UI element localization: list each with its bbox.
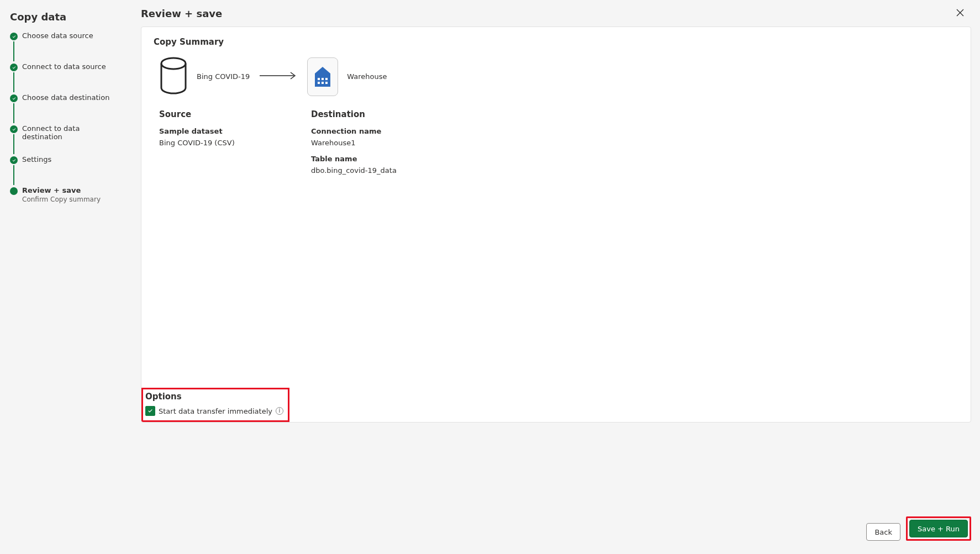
step-choose-source[interactable]: Choose data source — [10, 31, 120, 62]
check-icon — [10, 94, 18, 102]
back-button[interactable]: Back — [866, 523, 900, 541]
options-anchor: Options Start data transfer immediately … — [141, 388, 289, 422]
main-panel: Review + save Copy Summary Bing COVID-19 — [130, 0, 980, 554]
summary-card: Copy Summary Bing COVID-19 — [141, 27, 971, 423]
field-label: Sample dataset — [159, 127, 311, 135]
summary-heading: Copy Summary — [154, 37, 958, 47]
step-subtext: Confirm Copy summary — [22, 196, 120, 203]
step-connect-destination[interactable]: Connect to data destination — [10, 124, 120, 155]
svg-rect-5 — [322, 82, 324, 84]
field-value: Warehouse1 — [311, 139, 463, 147]
start-transfer-checkbox[interactable] — [145, 406, 155, 416]
info-icon[interactable]: i — [276, 407, 283, 415]
page-title: Review + save — [141, 8, 222, 19]
source-column: Source Sample dataset Bing COVID-19 (CSV… — [159, 109, 311, 182]
save-run-button[interactable]: Save + Run — [909, 520, 968, 537]
destination-icon-block: Warehouse — [307, 57, 387, 96]
wizard-steps: Choose data source Connect to data sourc… — [10, 31, 120, 203]
source-heading: Source — [159, 109, 311, 119]
arrow-right-icon — [259, 72, 298, 81]
svg-point-0 — [161, 58, 186, 69]
step-label: Choose data destination — [22, 93, 120, 102]
field-label: Table name — [311, 155, 463, 163]
check-icon — [10, 33, 18, 40]
start-transfer-label: Start data transfer immediately — [159, 407, 272, 415]
field-label: Connection name — [311, 127, 463, 135]
svg-rect-3 — [325, 78, 328, 80]
step-choose-destination[interactable]: Choose data destination — [10, 93, 120, 124]
check-icon — [10, 64, 18, 71]
sidebar-title: Copy data — [10, 11, 120, 23]
svg-rect-6 — [325, 82, 328, 84]
destination-label: Warehouse — [347, 72, 387, 81]
svg-rect-1 — [318, 78, 320, 80]
field-value: Bing COVID-19 (CSV) — [159, 139, 311, 147]
warehouse-icon — [307, 57, 338, 96]
close-icon — [956, 8, 965, 19]
step-label: Connect to data source — [22, 62, 120, 71]
svg-rect-2 — [322, 78, 324, 80]
step-label: Connect to data destination — [22, 124, 120, 141]
source-icon-block: Bing COVID-19 — [159, 57, 250, 96]
field-value: dbo.bing_covid-19_data — [311, 166, 463, 175]
svg-rect-4 — [318, 82, 320, 84]
destination-column: Destination Connection name Warehouse1 T… — [311, 109, 463, 182]
check-icon — [10, 125, 18, 133]
start-transfer-row: Start data transfer immediately i — [145, 406, 283, 416]
database-icon — [159, 57, 188, 96]
step-review-save[interactable]: Review + save Confirm Copy summary — [10, 186, 120, 203]
close-button[interactable] — [951, 4, 969, 22]
details-columns: Source Sample dataset Bing COVID-19 (CSV… — [154, 109, 958, 182]
destination-heading: Destination — [311, 109, 463, 119]
check-icon — [10, 156, 18, 164]
primary-highlight: Save + Run — [906, 516, 971, 541]
current-step-icon — [10, 187, 18, 195]
footer-bar: Back Save + Run — [260, 428, 980, 554]
options-heading: Options — [145, 392, 283, 402]
step-label: Choose data source — [22, 31, 120, 40]
step-label: Settings — [22, 155, 120, 163]
flow-diagram: Bing COVID-19 — [154, 57, 958, 96]
step-connect-source[interactable]: Connect to data source — [10, 62, 120, 93]
options-section: Options Start data transfer immediately … — [141, 388, 289, 422]
wizard-sidebar: Copy data Choose data source Connect to … — [0, 0, 130, 554]
source-label: Bing COVID-19 — [197, 72, 250, 81]
page-header: Review + save — [130, 0, 980, 27]
step-label: Review + save — [22, 186, 120, 194]
step-settings[interactable]: Settings — [10, 155, 120, 186]
